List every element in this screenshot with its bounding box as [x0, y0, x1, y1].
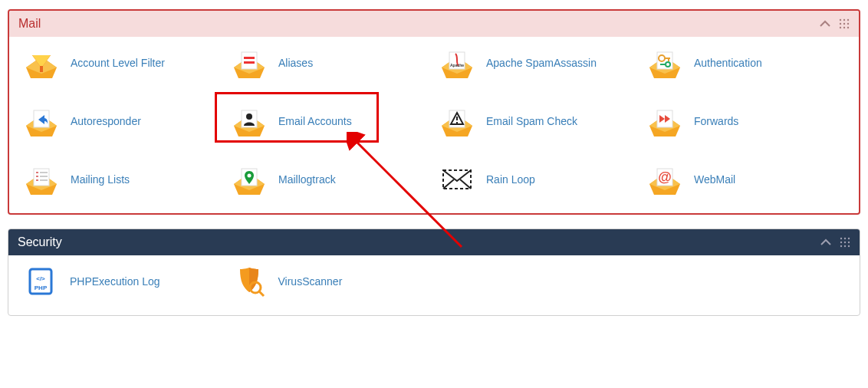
drag-handle-icon[interactable]: [840, 237, 850, 248]
item-authentication[interactable]: Authentication: [645, 44, 847, 81]
mail-panel-header: Mail: [9, 11, 859, 37]
item-label: Apache SpamAssassin: [486, 57, 597, 69]
svg-point-71: [840, 242, 842, 243]
svg-point-7: [843, 27, 845, 28]
user-icon: [229, 104, 269, 138]
svg-point-74: [840, 245, 842, 247]
item-email-accounts[interactable]: Email Accounts: [229, 103, 431, 140]
auth-icon: [645, 46, 685, 80]
reply-icon: [21, 104, 61, 138]
svg-rect-53: [36, 176, 38, 177]
svg-point-68: [840, 238, 842, 239]
rainloop-icon: [437, 163, 477, 196]
item-label: Mailing Lists: [71, 173, 130, 186]
security-panel-header: Security: [8, 229, 860, 255]
item-phpexecution-log[interactable]: </> PHP PHPExecution Log: [21, 263, 223, 300]
svg-point-70: [848, 238, 850, 239]
svg-rect-56: [40, 179, 48, 181]
svg-point-3: [840, 23, 841, 25]
location-icon: [229, 163, 269, 196]
svg-point-4: [843, 23, 845, 25]
item-label: Account Level Filter: [71, 57, 165, 69]
svg-rect-54: [40, 176, 48, 177]
security-panel-header-controls: [820, 236, 850, 248]
svg-point-69: [844, 238, 846, 239]
item-label: Forwards: [694, 115, 738, 127]
svg-rect-16: [244, 57, 255, 59]
svg-text:PHP: PHP: [35, 284, 48, 291]
item-autoresponder[interactable]: Autoresponder: [21, 103, 223, 140]
forward-icon: [645, 104, 685, 138]
svg-rect-27: [668, 58, 669, 61]
svg-point-36: [246, 113, 252, 120]
svg-rect-52: [40, 172, 48, 173]
at-icon: @: [645, 163, 685, 196]
security-panel-title: Security: [18, 235, 62, 249]
svg-point-72: [844, 242, 846, 243]
item-label: Authentication: [694, 57, 762, 69]
item-label: Autoresponder: [71, 115, 141, 127]
collapse-icon[interactable]: [820, 236, 832, 248]
list-icon: [21, 163, 61, 196]
php-log-icon: </> PHP: [21, 265, 61, 298]
mail-panel-header-controls: [819, 18, 850, 30]
item-label: PHPExecution Log: [70, 275, 160, 288]
virus-scan-icon: [229, 265, 269, 298]
svg-text:Apache: Apache: [450, 63, 464, 67]
svg-text:@: @: [658, 169, 672, 185]
item-apache-spamassassin[interactable]: Apache Apache SpamAssassin: [437, 44, 639, 81]
security-panel: Security </: [8, 229, 860, 316]
svg-rect-15: [242, 52, 257, 69]
svg-point-0: [840, 19, 841, 21]
svg-point-6: [840, 27, 841, 28]
drag-handle-icon[interactable]: [839, 18, 850, 29]
item-label: Rain Loop: [486, 173, 535, 186]
svg-point-1: [843, 19, 845, 21]
item-label: WebMail: [694, 173, 735, 186]
svg-text:</>: </>: [36, 275, 45, 282]
svg-rect-55: [36, 179, 38, 181]
item-mailing-lists[interactable]: Mailing Lists: [21, 161, 223, 198]
item-account-level-filter[interactable]: Account Level Filter: [21, 44, 223, 81]
item-label: VirusScanner: [278, 275, 343, 288]
mail-panel-body: Account Level Filter Aliases: [9, 37, 859, 213]
svg-rect-42: [456, 122, 458, 123]
item-forwards[interactable]: Forwards: [645, 103, 847, 140]
item-label: Aliases: [278, 57, 313, 69]
mail-panel: Mail: [8, 9, 860, 215]
aliases-icon: [229, 46, 269, 80]
mail-panel-title: Mail: [18, 17, 41, 31]
item-maillogtrack[interactable]: Maillogtrack: [229, 161, 431, 198]
item-label: Email Accounts: [278, 115, 352, 127]
apache-icon: Apache: [437, 46, 477, 80]
filter-icon: [21, 46, 61, 80]
svg-point-2: [847, 19, 849, 21]
svg-point-60: [248, 174, 252, 178]
svg-rect-41: [456, 117, 458, 120]
svg-rect-29: [660, 64, 666, 65]
item-rain-loop[interactable]: Rain Loop: [437, 161, 639, 198]
item-webmail[interactable]: @ WebMail: [645, 161, 847, 198]
svg-point-8: [847, 27, 849, 28]
svg-rect-17: [244, 61, 255, 64]
svg-point-76: [848, 245, 850, 247]
svg-point-73: [848, 242, 850, 243]
collapse-icon[interactable]: [819, 18, 831, 30]
svg-point-5: [847, 23, 849, 25]
svg-point-75: [844, 245, 846, 247]
item-email-spam-check[interactable]: Email Spam Check: [437, 103, 639, 140]
security-panel-body: </> PHP PHPExecution Log VirusScanner: [8, 255, 860, 315]
warning-icon: [437, 104, 477, 138]
item-label: Maillogtrack: [278, 173, 336, 186]
item-label: Email Spam Check: [486, 115, 577, 127]
svg-line-81: [259, 291, 264, 296]
svg-rect-51: [36, 172, 38, 173]
item-aliases[interactable]: Aliases: [229, 44, 431, 81]
item-virusscanner[interactable]: VirusScanner: [229, 263, 432, 300]
